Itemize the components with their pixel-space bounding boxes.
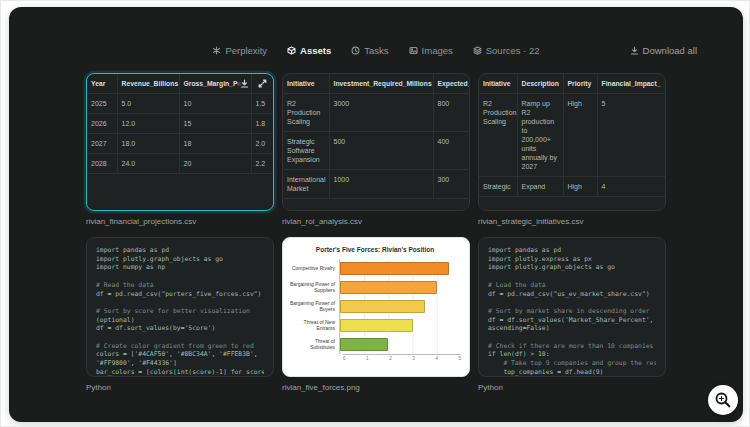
magnifier-zoom-button[interactable]	[708, 385, 738, 415]
table-cell: High	[563, 177, 597, 197]
tab-perplexity[interactable]: Perplexity	[212, 45, 267, 56]
expand-asset-button[interactable]	[256, 77, 269, 90]
card-actions	[238, 77, 269, 90]
code-line	[96, 298, 264, 307]
asset-cell: InitiativeInvestment_Required_MillionsEx…	[282, 73, 470, 228]
table-cell: Expand	[517, 177, 563, 197]
table-cell: 2026	[87, 114, 117, 134]
axis-spacer	[289, 354, 343, 361]
table-cell: 2027	[87, 134, 117, 154]
table-cell: 1.5	[251, 94, 274, 114]
asset-card-roi-analysis[interactable]: InitiativeInvestment_Required_MillionsEx…	[282, 73, 470, 211]
code-line	[488, 333, 656, 342]
tab-label: Sources · 22	[486, 45, 540, 56]
tab-images[interactable]: Images	[409, 45, 453, 56]
chart-row: Bargaining Power of Buyers	[289, 297, 461, 316]
tab-label: Perplexity	[225, 45, 267, 56]
table-cell: 2025	[87, 94, 117, 114]
table-cell: 500	[329, 132, 433, 170]
csv-preview: InitiativeDescriptionPriorityFinancial_I…	[479, 74, 665, 197]
tab-label: Tasks	[364, 45, 388, 56]
tab-label: Images	[422, 45, 453, 56]
table-cell: 1000	[329, 170, 433, 199]
x-tick-label: 3	[412, 356, 415, 361]
assets-grid: YearRevenue_BillionsGross_Margin_Pe20255…	[86, 73, 666, 394]
code-line: # Sort by market share in descending ord…	[488, 307, 656, 316]
chart-bar	[340, 281, 437, 294]
table-cell: 5.0	[117, 94, 179, 114]
table-row: Strategic Software Expansion500400	[283, 132, 470, 170]
download-asset-button[interactable]	[238, 77, 251, 90]
chart-row: Threat of New Entrants	[289, 316, 461, 335]
tab-assets[interactable]: Assets	[287, 45, 331, 56]
chart-category-label: Bargaining Power of Buyers	[289, 301, 339, 312]
code-line: # Take top 9 companies and group the res…	[488, 359, 656, 368]
asset-card-strategic-initiatives[interactable]: InitiativeDescriptionPriorityFinancial_I…	[478, 73, 666, 211]
asset-card-python-market-share[interactable]: import pandas as pdimport plotly.express…	[478, 237, 666, 377]
tab-sources[interactable]: Sources · 22	[473, 45, 540, 56]
asset-card-five-forces-image[interactable]: Porter's Five Forces: Rivian's Position …	[282, 237, 470, 377]
table-cell: 2028	[87, 154, 117, 174]
table-cell: 1.8	[251, 114, 274, 134]
table-cell: Strategic	[479, 177, 517, 197]
x-tick-label: 5	[458, 356, 461, 361]
chart-track	[339, 297, 461, 316]
chart-track	[339, 278, 461, 297]
download-all-button[interactable]: Download all	[630, 45, 697, 56]
tasks-icon	[351, 46, 360, 55]
column-header: Financial_Impact_	[597, 74, 666, 94]
code-line: # Load the data	[488, 281, 656, 290]
code-line: (optional)	[96, 316, 264, 325]
table-cell: 20	[179, 154, 251, 174]
chart-category-label: Bargaining Power of Suppliers	[289, 282, 339, 293]
code-line: df = df.sort_values(by='Score')	[96, 324, 264, 333]
column-header: Investment_Required_Millions	[329, 74, 433, 94]
code-line: bar_colors = [colors[int(score)-1] for s…	[96, 368, 264, 377]
chart-category-label: Threat of New Entrants	[289, 320, 339, 331]
csv-table: InitiativeDescriptionPriorityFinancial_I…	[479, 74, 666, 197]
tab-tasks[interactable]: Tasks	[351, 45, 388, 56]
asset-card-financial-projections[interactable]: YearRevenue_BillionsGross_Margin_Pe20255…	[86, 73, 274, 211]
table-cell: 4	[597, 177, 666, 197]
x-tick-label: 1	[366, 356, 369, 361]
table-cell: 3000	[329, 94, 433, 132]
code-line: import plotly.express as px	[488, 255, 656, 264]
table-cell: Strategic Software Expansion	[283, 132, 329, 170]
asset-filename: rivian_strategic_initiatives.csv	[478, 216, 666, 228]
code-line: import numpy as np	[96, 263, 264, 272]
column-header: Revenue_Billions	[117, 74, 179, 94]
x-tick-label: 2	[389, 356, 392, 361]
chart-bar	[340, 338, 388, 351]
header-row: InitiativeDescriptionPriorityFinancial_I…	[479, 74, 666, 94]
column-header: Initiative	[479, 74, 517, 94]
column-header: Expected_	[433, 74, 470, 94]
table-row: R2 Production Scaling3000800	[283, 94, 470, 132]
download-icon	[240, 79, 249, 88]
chart-bar	[340, 300, 425, 313]
asset-filename: rivian_roi_analysis.csv	[282, 216, 470, 228]
asset-cell: Porter's Five Forces: Rivian's Position …	[282, 237, 470, 394]
asset-filename: rivian_five_forces.png	[282, 382, 470, 394]
chart-row: Competitive Rivalry	[289, 259, 461, 278]
code-line: # Sort by score for better visualization	[96, 307, 264, 316]
table-cell: 10	[179, 94, 251, 114]
table-cell: 2.0	[251, 134, 274, 154]
chart-track	[339, 335, 461, 354]
code-line	[96, 333, 264, 342]
header-row: InitiativeInvestment_Required_MillionsEx…	[283, 74, 470, 94]
code-preview: import pandas as pdimport plotly.express…	[479, 238, 665, 377]
code-line: '#FF9800', '#F44336']	[96, 359, 264, 368]
asset-cell: InitiativeDescriptionPriorityFinancial_I…	[478, 73, 666, 228]
code-line: import pandas as pd	[96, 246, 264, 255]
perplexity-logo-icon	[212, 46, 221, 55]
table-row: International Market1000300	[283, 170, 470, 199]
csv-preview: InitiativeInvestment_Required_MillionsEx…	[283, 74, 469, 199]
code-line: df = pd.read_csv("porters_five_forces.cs…	[96, 290, 264, 299]
expand-icon	[258, 79, 267, 88]
code-line: ascending=False)	[488, 324, 656, 333]
chart-x-axis: 012345	[289, 354, 461, 361]
code-line: import plotly.graph_objects as go	[488, 263, 656, 272]
asset-card-python-five-forces[interactable]: import pandas as pdimport plotly.graph_o…	[86, 237, 274, 377]
code-line: # Create color gradient from green to re…	[96, 342, 264, 351]
magnifier-icon	[714, 391, 732, 409]
